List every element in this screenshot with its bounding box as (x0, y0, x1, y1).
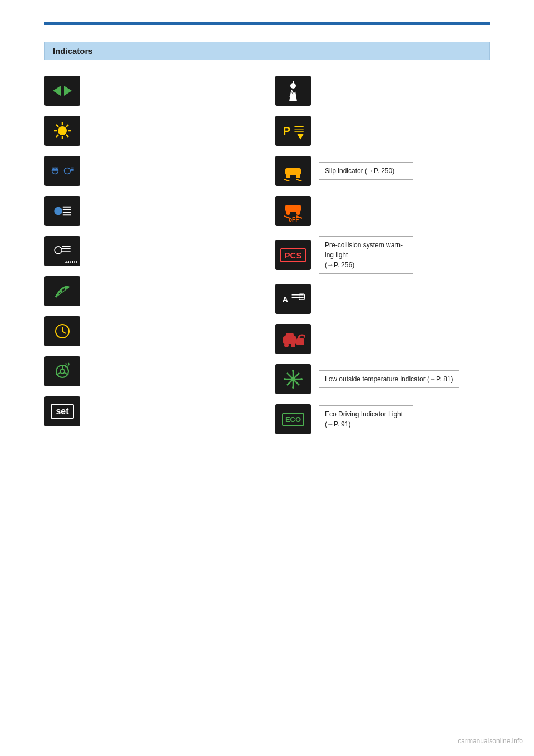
svg-point-33 (60, 369, 65, 374)
svg-text:P: P (283, 125, 290, 137)
arrow-left-icon (53, 86, 61, 96)
steering-svg (50, 361, 75, 382)
svg-point-62 (284, 343, 289, 347)
auto-headlight-icon: AUTO (44, 236, 80, 266)
set-label: set (51, 404, 73, 419)
list-item: set (44, 396, 259, 426)
steering-heater-icon (44, 356, 80, 386)
eco-icon: ECO (275, 404, 311, 434)
list-item (44, 156, 259, 186)
list-item (44, 316, 259, 346)
arrow-right-icon (64, 86, 72, 96)
svg-line-7 (66, 125, 68, 127)
callout-pcs-text: Pre-collision system warn-ing light(→P. … (325, 241, 403, 269)
clock-svg (50, 321, 75, 342)
list-item (44, 196, 259, 226)
svg-line-31 (62, 331, 66, 333)
slip-off-icon: oFF (275, 196, 311, 226)
svg-point-70 (292, 386, 294, 389)
slip-off-svg: oFF (281, 200, 305, 222)
clock-icon (44, 316, 80, 346)
callout-pcs: Pre-collision system warn-ing light(→P. … (319, 236, 413, 274)
watermark-text: carmanualsonline.info (458, 737, 523, 745)
list-item (44, 116, 259, 146)
auto-brake-icon: A (275, 284, 311, 314)
headlight-svg (50, 200, 75, 222)
list-item: AUTO (44, 236, 259, 266)
svg-line-49 (284, 179, 290, 181)
svg-marker-45 (297, 134, 303, 140)
page-container: Indicators (0, 0, 534, 756)
svg-point-53 (296, 210, 300, 215)
callout-temperature-text: Low outside temperature indicator (→P. 8… (325, 375, 453, 383)
blue-bar (44, 22, 490, 25)
svg-point-48 (296, 174, 300, 178)
lock-svg (281, 328, 305, 350)
daytime-running-icon (44, 116, 80, 146)
list-item: PCS Pre-collision system warn-ing light(… (275, 236, 490, 274)
section-label: Indicators (53, 46, 93, 56)
svg-line-50 (296, 179, 302, 181)
wiper-svg (50, 281, 75, 302)
svg-point-69 (292, 370, 294, 372)
svg-point-71 (284, 378, 286, 380)
auto-brake-svg: A (281, 288, 305, 310)
lock-icon (275, 324, 311, 354)
slip-icon (275, 156, 311, 186)
auto-label: AUTO (65, 259, 77, 264)
list-item: Low outside temperature indicator (→P. 8… (275, 364, 490, 394)
seatbelt-icon (275, 76, 311, 106)
callout-temperature: Low outside temperature indicator (→P. 8… (319, 370, 459, 388)
callout-eco: Eco Driving Indicator Light(→P. 91) (319, 405, 413, 433)
svg-point-22 (55, 247, 62, 254)
headlight-icon (44, 196, 80, 226)
svg-point-27 (60, 291, 62, 293)
beam-svg (50, 160, 75, 181)
svg-point-72 (300, 378, 303, 380)
seatbelt-svg (281, 80, 305, 101)
svg-point-13 (64, 168, 70, 174)
svg-rect-64 (296, 338, 304, 345)
slip-svg (281, 160, 305, 181)
parking-icon: P (275, 116, 311, 146)
svg-line-5 (56, 125, 58, 127)
list-item: ECO Eco Driving Indicator Light(→P. 91) (275, 404, 490, 434)
eco-label: ECO (282, 413, 304, 426)
list-item (275, 324, 490, 354)
indicators-grid: AUTO (44, 76, 490, 434)
set-icon: set (44, 396, 80, 426)
watermark: carmanualsonline.info (458, 737, 523, 745)
list-item: oFF (275, 196, 490, 226)
list-item (44, 276, 259, 306)
column-left: AUTO (44, 76, 259, 434)
svg-rect-61 (283, 336, 296, 344)
beam-icon (44, 156, 80, 186)
list-item: Slip indicator (→P. 250) (275, 156, 490, 186)
callout-eco-text: Eco Driving Indicator Light(→P. 91) (325, 410, 403, 428)
section-header: Indicators (44, 42, 490, 60)
list-item (275, 76, 490, 106)
svg-text:A: A (282, 295, 288, 304)
svg-point-63 (291, 343, 295, 347)
auto-headlight-svg (50, 240, 75, 262)
temperature-icon (275, 364, 311, 394)
list-item (44, 356, 259, 386)
svg-text:oFF: oFF (289, 217, 299, 222)
list-item (44, 76, 259, 106)
parking-svg: P (281, 120, 305, 141)
svg-point-0 (58, 126, 67, 135)
list-item: A (275, 284, 490, 314)
svg-point-47 (286, 174, 290, 178)
sun-svg (50, 120, 75, 141)
temperature-svg (281, 369, 305, 390)
pcs-icon: PCS (275, 240, 311, 270)
svg-point-17 (54, 207, 62, 215)
svg-line-8 (56, 135, 58, 137)
callout-slip-text: Slip indicator (→P. 250) (325, 167, 394, 175)
pcs-label: PCS (280, 248, 306, 262)
svg-line-6 (66, 135, 68, 137)
turn-signal-icon (44, 76, 80, 106)
list-item: P (275, 116, 490, 146)
column-right: P (259, 76, 490, 434)
callout-slip: Slip indicator (→P. 250) (319, 162, 413, 180)
